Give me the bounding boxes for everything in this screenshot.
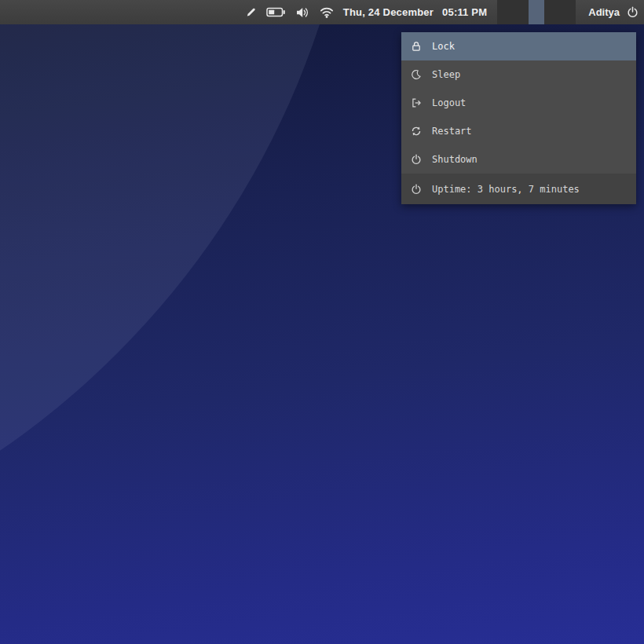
top-panel: Thu, 24 December 05:11 PM Aditya (0, 0, 644, 24)
workspace-4[interactable] (544, 0, 560, 24)
menu-item-label: Shutdown (432, 154, 478, 165)
battery-icon[interactable] (266, 6, 286, 18)
status-icon-tray (245, 6, 334, 19)
menu-item-label: Logout (432, 97, 466, 108)
power-menu: Lock Sleep Logout Resta (401, 32, 636, 204)
workspace-switcher (497, 0, 576, 24)
uptime-row: Uptime: 3 hours, 7 minutes (401, 174, 636, 204)
clock-date: Thu, 24 December (343, 6, 434, 18)
moon-icon (410, 69, 422, 81)
menu-item-shutdown[interactable]: Shutdown (401, 145, 636, 174)
power-icon (410, 154, 422, 166)
menu-item-label: Lock (432, 41, 455, 52)
volume-icon[interactable] (295, 6, 310, 19)
menu-item-label: Restart (432, 126, 472, 137)
logout-icon (410, 97, 422, 109)
menu-item-sleep[interactable]: Sleep (401, 60, 636, 89)
power-icon (410, 183, 422, 195)
power-icon[interactable] (627, 6, 639, 18)
uptime-label: Uptime: 3 hours, 7 minutes (432, 184, 580, 195)
workspace-1[interactable] (497, 0, 513, 24)
restart-icon (410, 126, 422, 137)
username-label[interactable]: Aditya (588, 6, 620, 18)
workspace-2[interactable] (513, 0, 529, 24)
workspace-3[interactable] (529, 0, 544, 24)
pencil-icon[interactable] (245, 6, 257, 18)
wallpaper-arc-shape (0, 0, 361, 597)
menu-item-restart[interactable]: Restart (401, 117, 636, 145)
menu-item-logout[interactable]: Logout (401, 89, 636, 117)
workspace-5[interactable] (560, 0, 576, 24)
menu-item-lock[interactable]: Lock (401, 32, 636, 60)
panel-clock[interactable]: Thu, 24 December 05:11 PM (343, 6, 487, 18)
clock-time: 05:11 PM (442, 6, 487, 18)
menu-item-label: Sleep (432, 69, 460, 80)
lock-icon (410, 41, 422, 53)
wifi-icon[interactable] (320, 7, 334, 18)
